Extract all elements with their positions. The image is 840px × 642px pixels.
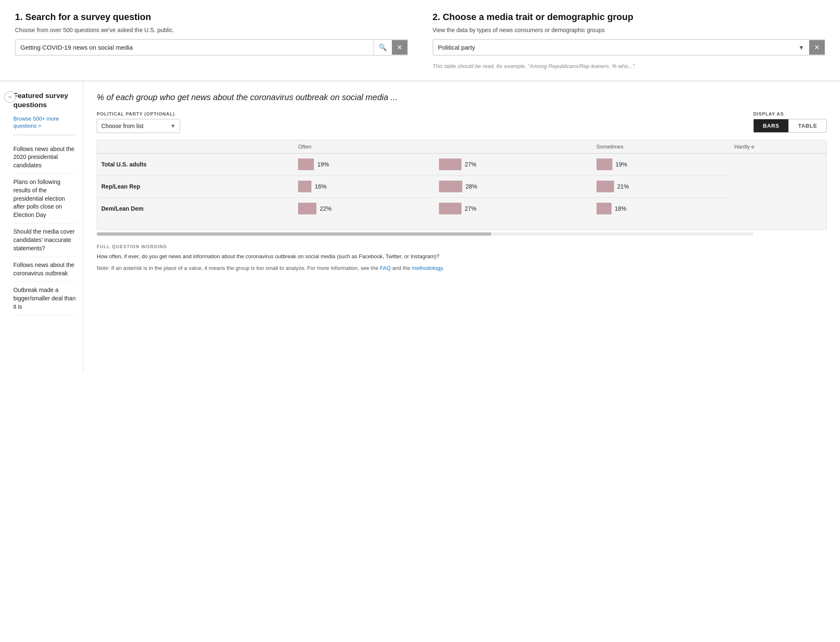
col-label <box>97 140 294 154</box>
note-suffix: . <box>442 265 444 271</box>
political-party-filter[interactable]: Choose from list <box>97 119 166 133</box>
full-wording: FULL QUESTION WORDING How often, if ever… <box>97 244 827 273</box>
step2-col: 2. Choose a media trait or demographic g… <box>433 12 825 70</box>
row-1-sometimes-pct: 28% <box>466 183 477 190</box>
main-section: − Featured survey questions Browse 500+ … <box>0 81 840 373</box>
chart-title: % of each group who get news about the c… <box>97 91 827 103</box>
collapse-button[interactable]: − <box>4 91 16 103</box>
dropdown-arrow-icon: ▼ <box>793 41 809 54</box>
col-hardly: Hardly e <box>730 140 826 154</box>
filter-select-row: Choose from list ▼ <box>97 119 180 133</box>
display-bars-button[interactable]: BARS <box>754 119 789 132</box>
table-row: Rep/Lean Rep 16% 28% <box>97 175 826 197</box>
row-1-often-bar: 16% <box>294 175 434 197</box>
bar-cell: 19% <box>298 159 430 170</box>
step2-title: 2. Choose a media trait or demographic g… <box>433 12 825 23</box>
sidebar-item-3[interactable]: Follows news about the coronavirus outbr… <box>13 257 76 282</box>
demographic-dropdown-row: Political party ▼ ✕ <box>433 39 825 55</box>
bar-cell: 21% <box>597 181 726 192</box>
demographic-select[interactable]: Political party <box>433 40 794 55</box>
methodology-link[interactable]: methodology <box>412 265 442 271</box>
row-2-often-pct: 22% <box>320 205 331 212</box>
row-0-often-pct: 19% <box>317 161 329 168</box>
filter-row: POLITICAL PARTY (Optional) Choose from l… <box>97 111 827 133</box>
search-row: 🔍 ✕ <box>15 39 408 55</box>
data-table: Often Sometimes Hardly e Total U.S. adul… <box>97 140 826 219</box>
row-0-sometimes-pct: 27% <box>465 161 476 168</box>
table-row: Dem/Lean Dem 22% 27% <box>97 197 826 219</box>
table-row: Total U.S. adults 19% 27% <box>97 153 826 175</box>
search-input[interactable] <box>15 40 373 55</box>
col-sometimes: Sometimes <box>592 140 730 154</box>
top-section: 1. Search for a survey question Choose f… <box>0 0 840 81</box>
sidebar-item-1[interactable]: Plans on following results of the presid… <box>13 174 76 224</box>
row-2-sometimes-pct: 27% <box>465 205 476 212</box>
row-2-hardly-bar: 18% <box>592 197 730 219</box>
step2-desc: View the data by types of news consumers… <box>433 27 825 33</box>
row-0-hardly-bar: 19% <box>592 153 730 175</box>
bar-rect <box>439 181 462 192</box>
sidebar-item-0[interactable]: Follows news about the 2020 presidential… <box>13 141 76 174</box>
bar-cell: 27% <box>439 159 588 170</box>
full-wording-text: How often, if ever, do you get news and … <box>97 252 827 261</box>
full-wording-title: FULL QUESTION WORDING <box>97 244 827 249</box>
display-buttons: BARS TABLE <box>753 119 827 133</box>
bar-cell: 28% <box>439 181 588 192</box>
horizontal-scrollbar[interactable] <box>97 232 754 236</box>
row-1-often-pct: 16% <box>315 183 326 190</box>
clear-search-button[interactable]: ✕ <box>392 40 407 55</box>
faq-link[interactable]: FAQ <box>380 265 391 271</box>
display-group: DISPLAY AS BARS TABLE <box>753 111 827 133</box>
row-1-hardly-pct: 21% <box>617 183 629 190</box>
sidebar-inner: Featured survey questions Browse 500+ mo… <box>7 91 76 316</box>
search-icon: 🔍 <box>379 44 387 51</box>
filter-label: POLITICAL PARTY (Optional) <box>97 111 180 116</box>
row-label-1: Rep/Lean Rep <box>97 175 294 197</box>
clear-demographic-button[interactable]: ✕ <box>809 40 825 55</box>
sidebar-divider <box>13 135 76 135</box>
browse-link[interactable]: Browse 500+ more questions > <box>13 116 59 129</box>
bar-rect <box>597 203 612 214</box>
demographic-note: This table should be read, for example, … <box>433 62 825 70</box>
display-label: DISPLAY AS <box>753 111 827 116</box>
row-2-sometimes-bar: 27% <box>435 197 592 219</box>
note-mid: and the <box>391 265 412 271</box>
full-wording-note: Note: If an asterisk is in the place of … <box>97 264 827 273</box>
bar-cell: 22% <box>298 203 430 214</box>
sidebar: − Featured survey questions Browse 500+ … <box>0 81 83 373</box>
collapse-icon: − <box>8 93 12 101</box>
table-header-row: Often Sometimes Hardly e <box>97 140 826 154</box>
bar-cell: 19% <box>597 159 726 170</box>
row-2-hardly-pct: 18% <box>615 205 627 212</box>
close-icon: ✕ <box>397 44 402 51</box>
filter-group: POLITICAL PARTY (Optional) Choose from l… <box>97 111 180 133</box>
sidebar-title: Featured survey questions <box>13 91 76 110</box>
row-label-2: Dem/Lean Dem <box>97 197 294 219</box>
bar-cell: 27% <box>439 203 588 214</box>
col-often: Often <box>294 140 592 154</box>
bar-rect <box>439 159 461 170</box>
row-0-often-bar: 19% <box>294 153 434 175</box>
bar-rect <box>298 159 314 170</box>
bar-rect <box>298 181 311 192</box>
row-label-0: Total U.S. adults <box>97 153 294 175</box>
bar-rect <box>298 203 316 214</box>
sidebar-item-2[interactable]: Should the media cover candidates' inacc… <box>13 224 76 257</box>
step1-title: 1. Search for a survey question <box>15 12 408 23</box>
bar-rect <box>439 203 461 214</box>
content-area: % of each group who get news about the c… <box>83 81 840 373</box>
note-prefix: Note: If an asterisk is in the place of … <box>97 265 380 271</box>
step1-col: 1. Search for a survey question Choose f… <box>15 12 408 70</box>
row-2-often-bar: 22% <box>294 197 434 219</box>
search-button[interactable]: 🔍 <box>373 40 392 55</box>
display-table-button[interactable]: TABLE <box>789 119 826 132</box>
sidebar-item-4[interactable]: Outbreak made a bigger/smaller deal than… <box>13 282 76 315</box>
data-table-container: Often Sometimes Hardly e Total U.S. adul… <box>97 140 827 230</box>
row-1-sometimes-bar: 28% <box>435 175 592 197</box>
bar-rect <box>597 181 614 192</box>
step1-desc: Choose from over 500 questions we've ask… <box>15 27 408 33</box>
bar-rect <box>597 159 612 170</box>
filter-arrow-icon: ▼ <box>166 121 180 131</box>
row-0-sometimes-bar: 27% <box>435 153 592 175</box>
bar-cell: 16% <box>298 181 430 192</box>
